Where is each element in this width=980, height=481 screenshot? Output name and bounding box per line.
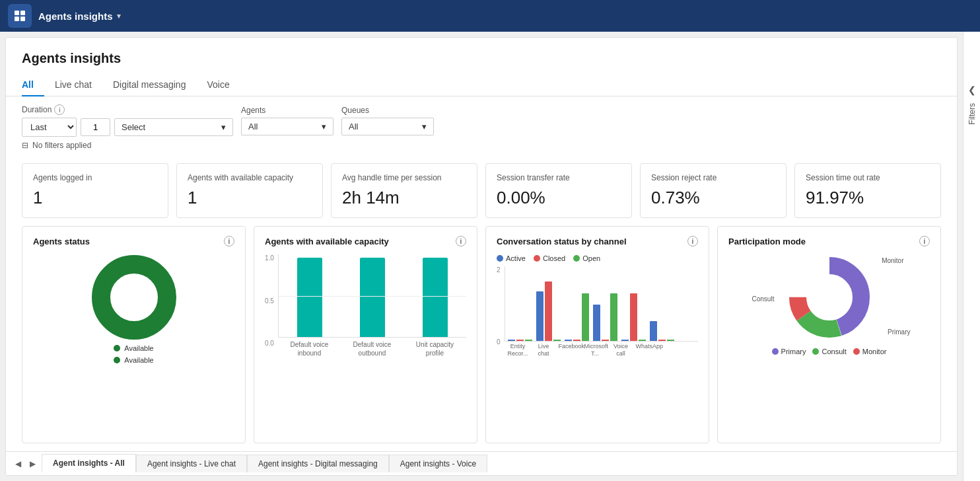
agents-status-info-icon[interactable]: i: [224, 236, 234, 246]
tab-live-chat[interactable]: Live chat: [44, 74, 102, 96]
app-title[interactable]: Agents insights ▾: [38, 11, 121, 22]
duration-number-input[interactable]: [81, 118, 110, 136]
legend-open: Open: [573, 254, 600, 262]
voicecall-closed-bar: [630, 293, 637, 341]
whatsapp-active-bar: [650, 321, 657, 341]
legend-text-available: Available: [124, 356, 153, 364]
conversation-status-info-icon[interactable]: i: [687, 236, 698, 246]
bar-group-0: [285, 258, 335, 337]
bar-label-1: Default voiceoutbound: [347, 340, 397, 357]
conv-group-whatsapp: [650, 321, 674, 341]
bottom-nav-left[interactable]: ◀: [11, 457, 24, 470]
tab-voice[interactable]: Voice: [196, 74, 240, 96]
svg-rect-0: [15, 11, 19, 15]
legend-dot-closed: [534, 255, 540, 262]
entity-active-bar: [508, 340, 515, 341]
content-area: Agents insights All Live chat Digital me…: [5, 37, 958, 476]
legend-dot-active: [497, 255, 503, 262]
duration-select[interactable]: Last This Custom: [22, 118, 77, 137]
conv-x-labels: Entity Recor... Live chat Facebook Micro…: [505, 342, 698, 359]
title-chevron: ▾: [117, 12, 121, 20]
bottom-tab-live-chat[interactable]: Agent insights - Live chat: [136, 455, 247, 472]
agents-status-title: Agents status i: [33, 236, 234, 246]
participation-legend-monitor: Monitor: [853, 348, 887, 355]
bar-labels-row: Default voiceinbound Default voiceoutbou…: [278, 338, 466, 360]
agents-status-legend: Available: [114, 344, 153, 352]
bottom-tab-digital-messaging[interactable]: Agent insights - Digital messaging: [247, 455, 389, 472]
microsoft-open-bar: [610, 293, 617, 341]
svg-point-9: [808, 276, 851, 318]
available-legend-dot: [114, 345, 120, 352]
svg-rect-1: [20, 11, 25, 15]
livechat-closed-bar: [545, 281, 552, 341]
participation-donut-svg: [780, 254, 879, 340]
tab-digital-messaging[interactable]: Digital messaging: [102, 74, 197, 96]
kpi-agents-logged-in: Agents logged in 1: [22, 163, 168, 218]
participation-legend: Primary Consult Monitor: [772, 348, 887, 355]
agents-status-legend-available-label: Available: [114, 356, 153, 364]
kpi-label-3: Session transfer rate: [497, 173, 621, 182]
participation-info-icon[interactable]: i: [919, 236, 930, 246]
conversation-status-title: Conversation status by channel i: [497, 236, 698, 246]
conversation-status-chart: Conversation status by channel i Active …: [485, 226, 709, 443]
agents-capacity-chart-body: 1.0 0.5 0.0: [265, 254, 466, 360]
participation-svg-wrapper: Monitor Consult Primary: [780, 254, 879, 342]
bottom-nav-right[interactable]: ▶: [26, 457, 39, 470]
kpi-value-2: 2h 14m: [342, 188, 466, 208]
duration-controls: Last This Custom Select ▾: [22, 118, 233, 137]
facebook-closed-bar: [573, 340, 580, 341]
bars-wrapper: Default voiceinbound Default voiceoutbou…: [278, 254, 466, 360]
bar-0: [297, 258, 322, 337]
conv-group-microsoft: [593, 293, 617, 341]
no-filters-text: No filters applied: [32, 141, 91, 150]
agents-chevron-icon: ▾: [322, 122, 326, 131]
participation-mode-title: Participation mode i: [728, 236, 930, 246]
filter-icon: ⊟: [22, 141, 28, 150]
queues-select[interactable]: All ▾: [341, 118, 434, 135]
kpi-session-reject: Session reject rate 0.73%: [640, 163, 787, 218]
facebook-open-bar: [582, 293, 589, 341]
grid-line-half: [279, 296, 466, 297]
kpi-value-1: 1: [188, 188, 312, 208]
svg-rect-2: [15, 17, 19, 21]
bottom-tab-voice[interactable]: Agent insights - Voice: [389, 455, 487, 472]
livechat-active-bar: [536, 291, 543, 341]
kpi-value-3: 0.00%: [497, 188, 621, 208]
top-bar: Agents insights ▾: [0, 0, 980, 32]
tab-all[interactable]: All: [22, 74, 44, 96]
legend-dot-monitor: [853, 348, 860, 355]
svg-point-5: [113, 276, 155, 318]
conv-bars-area: [505, 266, 698, 342]
agents-status-donut-svg: [91, 254, 177, 340]
agents-select[interactable]: All ▾: [241, 118, 333, 135]
kpi-label-5: Session time out rate: [806, 173, 930, 182]
y-axis-labels: 1.0 0.5 0.0: [265, 254, 278, 360]
whatsapp-open-bar: [667, 340, 674, 341]
side-panel[interactable]: ❮ Filters: [963, 32, 980, 481]
bar-group-1: [348, 258, 398, 337]
conv-group-entity: [508, 340, 532, 341]
svg-rect-3: [20, 17, 25, 21]
kpi-avg-handle-time: Avg handle time per session 2h 14m: [331, 163, 477, 218]
kpi-label-4: Session reject rate: [651, 173, 775, 182]
bottom-tab-all[interactable]: Agent insights - All: [42, 454, 136, 473]
kpi-value-4: 0.73%: [651, 188, 775, 208]
conv-group-livechat: [536, 281, 561, 341]
participation-donut-container: Monitor Consult Primary Primary Consult: [728, 254, 930, 355]
duration-info-icon[interactable]: i: [54, 104, 65, 115]
bar-label-0: Default voiceinbound: [285, 340, 334, 357]
entity-closed-bar: [516, 340, 524, 341]
x-label-entity: Entity Recor...: [507, 343, 529, 357]
legend-dot-open: [573, 255, 580, 262]
filters-panel-label: Filters: [967, 103, 977, 125]
kpi-value-0: 1: [33, 188, 157, 208]
duration-filter: Duration i Last This Custom Select ▾: [22, 104, 233, 137]
legend-active: Active: [497, 254, 526, 262]
queues-label: Queues: [341, 106, 434, 115]
collapse-arrow-icon: ❮: [968, 85, 976, 95]
entity-open-bar: [525, 340, 532, 341]
charts-row: Agents status i Available: [6, 226, 957, 451]
period-select[interactable]: Select ▾: [114, 118, 233, 136]
participation-legend-primary: Primary: [772, 348, 806, 355]
agents-capacity-info-icon[interactable]: i: [456, 236, 466, 246]
